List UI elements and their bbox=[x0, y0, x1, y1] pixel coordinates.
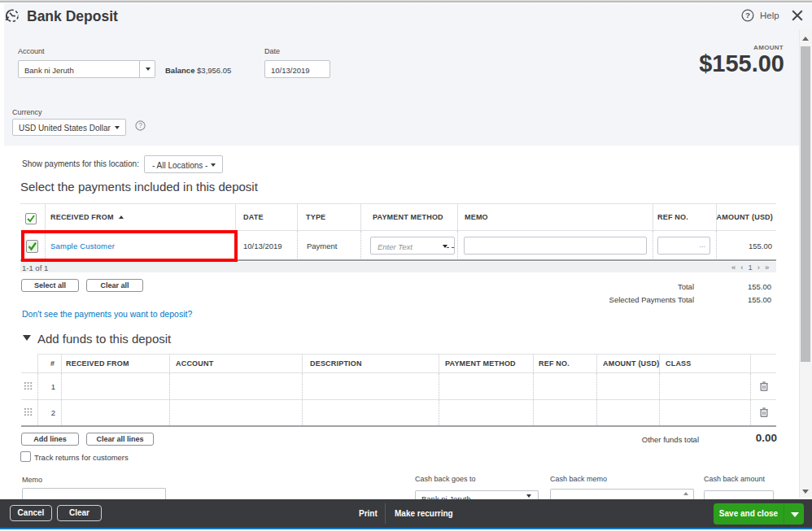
svg-text:?: ? bbox=[138, 121, 142, 129]
svg-text:?: ? bbox=[745, 11, 750, 20]
